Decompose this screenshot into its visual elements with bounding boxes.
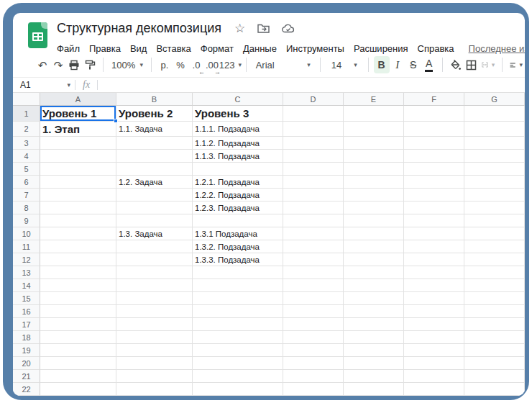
- cell-G12[interactable]: [464, 253, 525, 266]
- cell-B18[interactable]: [116, 331, 193, 344]
- cell-C9[interactable]: [193, 214, 283, 227]
- cell-B20[interactable]: [116, 357, 193, 370]
- cell-E19[interactable]: [344, 344, 404, 357]
- cell-F21[interactable]: [404, 370, 464, 383]
- cell-B12[interactable]: [116, 253, 193, 266]
- cell-F11[interactable]: [404, 240, 464, 253]
- text-color-button[interactable]: A: [421, 56, 437, 73]
- column-header-G[interactable]: G: [464, 93, 525, 106]
- cell-G17[interactable]: [464, 318, 525, 331]
- cell-G11[interactable]: [464, 240, 525, 253]
- cell-D5[interactable]: [283, 163, 344, 176]
- cell-G4[interactable]: [464, 150, 525, 163]
- cell-B3[interactable]: [116, 137, 193, 150]
- cell-B5[interactable]: [116, 163, 193, 176]
- cell-B16[interactable]: [116, 305, 193, 318]
- cell-A9[interactable]: [40, 214, 116, 227]
- cell-D18[interactable]: [283, 331, 344, 344]
- cell-E15[interactable]: [344, 292, 404, 305]
- cell-D8[interactable]: [283, 202, 344, 214]
- cell-A19[interactable]: [40, 344, 116, 357]
- row-header-10[interactable]: 10: [13, 227, 40, 240]
- cell-A3[interactable]: [40, 137, 116, 150]
- document-title[interactable]: Структурная декомпозиция: [57, 21, 221, 36]
- cell-F20[interactable]: [404, 357, 464, 370]
- borders-button[interactable]: [464, 56, 480, 73]
- cell-A14[interactable]: [40, 279, 116, 292]
- cell-F3[interactable]: [404, 137, 464, 150]
- cell-B15[interactable]: [116, 292, 193, 305]
- menu-insert[interactable]: Вставка: [156, 43, 191, 54]
- row-header-2[interactable]: 2: [13, 122, 40, 137]
- cell-D3[interactable]: [283, 137, 344, 150]
- cell-B4[interactable]: [116, 150, 193, 163]
- cell-E18[interactable]: [344, 331, 404, 344]
- cell-A22[interactable]: [40, 383, 116, 396]
- cell-E16[interactable]: [344, 305, 404, 318]
- row-header-6[interactable]: 6: [13, 176, 40, 189]
- cell-C8[interactable]: 1.2.3. Подзадача: [193, 202, 283, 214]
- cell-F18[interactable]: [404, 331, 464, 344]
- row-header-20[interactable]: 20: [13, 357, 40, 370]
- cell-E21[interactable]: [344, 370, 404, 383]
- column-header-F[interactable]: F: [404, 93, 464, 106]
- increase-decimals-button[interactable]: .00 →: [204, 56, 220, 73]
- cell-C10[interactable]: 1.3.1 Подзадача: [193, 227, 283, 240]
- cloud-status-icon[interactable]: [282, 24, 295, 33]
- menu-tools[interactable]: Инструменты: [286, 43, 344, 54]
- cell-D4[interactable]: [283, 150, 344, 163]
- cell-B11[interactable]: [116, 240, 193, 253]
- cell-B2[interactable]: 1.1. Задача: [116, 122, 193, 137]
- cell-F16[interactable]: [404, 305, 464, 318]
- cell-D7[interactable]: [283, 189, 344, 202]
- undo-button[interactable]: ↶: [35, 56, 50, 73]
- row-header-11[interactable]: 11: [13, 240, 40, 253]
- cell-D20[interactable]: [283, 357, 344, 370]
- cell-C1[interactable]: Уровень 3: [193, 106, 283, 122]
- cell-A4[interactable]: [40, 150, 116, 163]
- sheets-logo-icon[interactable]: [28, 22, 47, 48]
- cell-F12[interactable]: [404, 253, 464, 266]
- cell-G6[interactable]: [464, 176, 525, 189]
- cell-F5[interactable]: [404, 163, 464, 176]
- cell-F17[interactable]: [404, 318, 464, 331]
- row-header-21[interactable]: 21: [13, 370, 40, 383]
- merge-cells-button[interactable]: ▾: [480, 56, 497, 73]
- cell-C2[interactable]: 1.1.1. Подзадача: [193, 122, 283, 137]
- fill-handle[interactable]: [114, 119, 118, 123]
- font-family-select[interactable]: Arial ▾: [252, 56, 315, 73]
- cell-C4[interactable]: 1.1.3. Подзадача: [193, 150, 283, 163]
- cell-E7[interactable]: [344, 189, 404, 202]
- cell-G2[interactable]: [464, 122, 525, 137]
- cell-C7[interactable]: 1.2.2. Подзадача: [193, 189, 283, 202]
- cell-F7[interactable]: [404, 189, 464, 202]
- row-header-7[interactable]: 7: [13, 189, 40, 202]
- column-header-E[interactable]: E: [344, 93, 404, 106]
- cell-G7[interactable]: [464, 189, 525, 202]
- cell-D13[interactable]: [283, 266, 344, 279]
- cell-G18[interactable]: [464, 331, 525, 344]
- cell-D16[interactable]: [283, 305, 344, 318]
- cell-F8[interactable]: [404, 202, 464, 214]
- cell-G1[interactable]: [464, 106, 525, 122]
- cell-A17[interactable]: [40, 318, 116, 331]
- cell-G13[interactable]: [464, 266, 525, 279]
- column-header-C[interactable]: C: [193, 93, 283, 106]
- cell-G15[interactable]: [464, 292, 525, 305]
- menu-extensions[interactable]: Расширения: [354, 43, 408, 54]
- menu-file[interactable]: Файл: [57, 43, 80, 54]
- cell-G16[interactable]: [464, 305, 525, 318]
- cell-D9[interactable]: [283, 214, 344, 227]
- cell-E12[interactable]: [344, 253, 404, 266]
- menu-format[interactable]: Формат: [201, 43, 234, 54]
- zoom-select[interactable]: 100% ▾: [109, 56, 146, 73]
- cell-F10[interactable]: [404, 227, 464, 240]
- cell-D10[interactable]: [283, 227, 344, 240]
- decrease-decimals-button[interactable]: .0 ←: [188, 56, 204, 73]
- row-header-1[interactable]: 1: [13, 106, 40, 122]
- cell-E2[interactable]: [344, 122, 404, 137]
- cell-A5[interactable]: [40, 163, 116, 176]
- cell-B10[interactable]: 1.3. Задача: [116, 227, 193, 240]
- row-header-15[interactable]: 15: [13, 292, 40, 305]
- cell-C15[interactable]: [193, 292, 283, 305]
